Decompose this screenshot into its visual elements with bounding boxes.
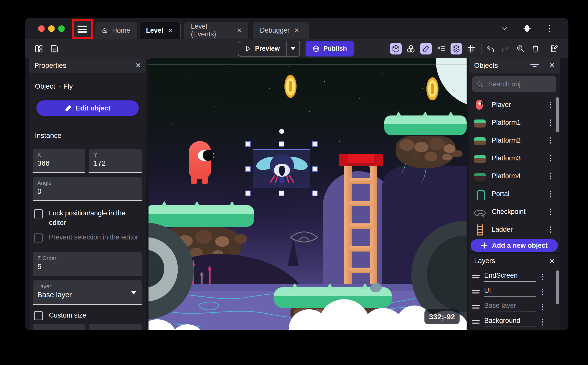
object-options-kebab-icon[interactable] — [549, 118, 552, 127]
resize-handle-ne[interactable] — [312, 141, 318, 147]
drag-handle-icon[interactable] — [472, 320, 480, 324]
layer-row-endscreen[interactable]: EndScreen — [469, 269, 556, 284]
resize-handle-n[interactable] — [279, 141, 284, 147]
layer-select[interactable]: Layer Base layer — [33, 280, 142, 305]
object-options-kebab-icon[interactable] — [549, 154, 552, 162]
layer-options-kebab-icon[interactable] — [541, 303, 544, 311]
undo-icon[interactable] — [485, 43, 496, 54]
tab-level[interactable]: Level ✕ — [139, 22, 181, 39]
object-row-checkpoint[interactable]: Checkpoint — [469, 203, 556, 221]
save-icon[interactable] — [49, 43, 60, 54]
y-position-input[interactable] — [94, 158, 137, 167]
edit-mode-pencil-icon[interactable] — [420, 43, 432, 54]
close-panel-icon[interactable]: ✕ — [135, 61, 141, 70]
close-tab-icon[interactable]: ✕ — [237, 27, 242, 34]
redo-icon[interactable] — [500, 43, 511, 54]
scene-canvas[interactable]: 332;-92 — [149, 58, 467, 330]
prevent-selection-checkbox[interactable] — [34, 233, 43, 242]
panel-title: Layers — [474, 257, 495, 265]
layer-name[interactable]: Background — [484, 317, 536, 327]
object-row-portal[interactable]: Portal — [469, 185, 556, 203]
object-row-platform3[interactable]: Platform3 — [469, 149, 556, 167]
x-position-field[interactable]: X — [33, 149, 85, 173]
edit-scene-properties-icon[interactable] — [548, 43, 560, 54]
layers-scrollbar[interactable] — [556, 270, 559, 304]
object-options-kebab-icon[interactable] — [549, 101, 552, 109]
objects-cubes-icon[interactable] — [405, 43, 417, 54]
layer-row-base-layer[interactable]: Base layer — [469, 299, 556, 314]
tab-home[interactable]: Home — [95, 22, 137, 39]
macos-zoom-button[interactable] — [58, 25, 65, 32]
object-options-kebab-icon[interactable] — [549, 172, 552, 180]
z-order-field[interactable]: Z Order — [33, 252, 142, 276]
layers-panel-icon[interactable] — [451, 43, 462, 54]
rotation-handle[interactable] — [279, 129, 284, 134]
preview-button[interactable]: Preview — [238, 45, 286, 52]
fly-sprite-selected[interactable] — [257, 156, 307, 186]
resize-handle-sw[interactable] — [245, 191, 251, 196]
delete-trash-icon[interactable] — [530, 43, 541, 54]
layer-name[interactable]: Base layer — [484, 302, 536, 312]
layer-options-kebab-icon[interactable] — [541, 273, 544, 281]
extensions-puzzle-icon[interactable] — [523, 24, 531, 33]
object-options-kebab-icon[interactable] — [549, 136, 552, 145]
object-row-ladder[interactable]: Ladder — [469, 221, 556, 238]
toggle-panels-icon[interactable] — [33, 43, 45, 54]
object-search-box[interactable] — [472, 76, 556, 92]
close-panel-icon[interactable]: ✕ — [549, 257, 555, 265]
add-new-object-button[interactable]: Add a new object — [471, 239, 558, 252]
angle-field[interactable]: Angle — [33, 177, 142, 201]
close-panel-icon[interactable]: ✕ — [549, 61, 555, 70]
drag-handle-icon[interactable] — [472, 305, 480, 309]
object-row-platform2[interactable]: Platform2 — [469, 132, 556, 149]
instances-list-icon[interactable] — [435, 43, 447, 54]
macos-minimize-button[interactable] — [48, 25, 55, 32]
layer-row-background[interactable]: Background — [469, 314, 556, 329]
object-options-kebab-icon[interactable] — [549, 225, 552, 234]
objects-scrollbar[interactable] — [556, 97, 559, 132]
drag-handle-icon[interactable] — [472, 290, 480, 293]
toggle-3d-view-icon[interactable] — [390, 43, 402, 54]
angle-input[interactable] — [37, 186, 137, 196]
preview-options-dropdown[interactable] — [286, 47, 300, 50]
chevron-down-icon[interactable] — [500, 24, 509, 33]
resize-handle-nw[interactable] — [245, 141, 251, 147]
object-options-kebab-icon[interactable] — [549, 190, 552, 198]
grid-icon[interactable] — [466, 43, 477, 54]
edit-object-button[interactable]: Edit object — [36, 100, 139, 116]
object-options-kebab-icon[interactable] — [549, 208, 552, 216]
lock-position-checkbox-row[interactable]: Lock position/angle in the editor — [34, 208, 143, 227]
resize-handle-s[interactable] — [279, 191, 284, 196]
close-tab-icon[interactable]: ✕ — [168, 27, 173, 34]
object-row-platform4[interactable]: Platform4 — [469, 167, 556, 185]
resize-handle-e[interactable] — [312, 166, 318, 172]
close-tab-icon[interactable]: ✕ — [294, 27, 299, 34]
z-order-input[interactable] — [37, 262, 137, 271]
object-row-platform1[interactable]: Platform1 — [469, 114, 556, 132]
y-position-field[interactable]: Y — [89, 149, 142, 173]
custom-size-checkbox-row[interactable]: Custom size — [34, 310, 143, 320]
prevent-selection-checkbox-row[interactable]: Prevent selection in the editor — [34, 232, 143, 242]
layer-name[interactable]: UI — [484, 287, 536, 297]
zoom-in-icon[interactable] — [515, 43, 526, 54]
macos-close-button[interactable] — [38, 25, 45, 32]
titlebar: Home Level ✕ Level (Events) ✕ Debugger ✕ — [25, 18, 568, 39]
drag-handle-icon[interactable] — [472, 275, 480, 278]
publish-button[interactable]: Publish — [306, 41, 354, 56]
tab-debugger[interactable]: Debugger ✕ — [253, 22, 309, 39]
layer-options-kebab-icon[interactable] — [541, 318, 544, 326]
resize-handle-w[interactable] — [245, 166, 251, 172]
layer-row-ui[interactable]: UI — [469, 284, 556, 299]
object-row-player[interactable]: Player — [469, 96, 556, 114]
main-menu-button[interactable] — [73, 20, 92, 38]
layer-options-kebab-icon[interactable] — [541, 288, 544, 296]
filter-icon[interactable] — [530, 62, 539, 69]
tab-level-events[interactable]: Level (Events) ✕ — [184, 22, 248, 39]
search-input[interactable] — [488, 80, 552, 88]
custom-size-checkbox[interactable] — [34, 311, 43, 320]
layer-name[interactable]: EndScreen — [484, 272, 536, 282]
more-options-kebab-icon[interactable] — [545, 24, 554, 33]
x-position-input[interactable] — [37, 158, 81, 167]
lock-position-checkbox[interactable] — [34, 209, 43, 218]
resize-handle-se[interactable] — [312, 191, 318, 196]
